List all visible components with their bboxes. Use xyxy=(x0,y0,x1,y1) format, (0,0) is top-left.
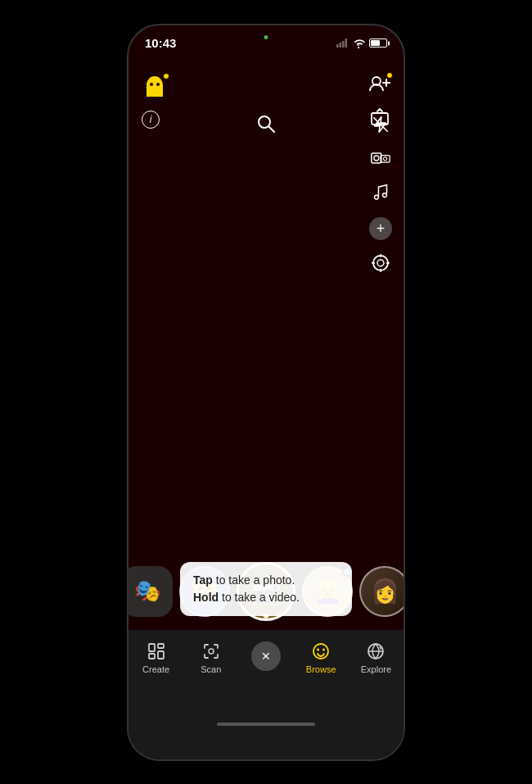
svg-rect-17 xyxy=(381,155,390,162)
ghost-notification-dot xyxy=(163,73,169,79)
profile-button[interactable] xyxy=(142,75,168,104)
info-icon: i xyxy=(150,114,152,125)
create-icon xyxy=(147,641,166,661)
lens-pack-icon: 🎭 xyxy=(134,578,160,604)
svg-point-34 xyxy=(322,648,325,650)
side-controls: + xyxy=(369,116,392,276)
scan-label: Scan xyxy=(201,664,221,674)
svg-point-8 xyxy=(156,83,160,86)
battery-icon xyxy=(369,39,387,48)
story-avatar-5-icon: 👩 xyxy=(371,578,399,605)
tooltip-text: Tap to take a photo. Hold to take a vide… xyxy=(193,572,339,606)
info-button[interactable]: i xyxy=(142,111,160,129)
story-avatar-5[interactable]: 👩 xyxy=(359,566,405,617)
svg-rect-29 xyxy=(149,654,155,659)
nav-item-close[interactable]: ✕ xyxy=(238,638,293,674)
tooltip-tap-suffix: to take a photo. xyxy=(213,573,295,587)
svg-point-21 xyxy=(373,256,388,270)
svg-rect-30 xyxy=(158,651,164,659)
dual-camera-icon xyxy=(371,150,390,166)
svg-rect-15 xyxy=(372,153,381,163)
top-left-controls: i xyxy=(142,75,168,129)
svg-point-20 xyxy=(383,193,387,197)
svg-rect-3 xyxy=(345,39,348,48)
music-button[interactable] xyxy=(372,183,389,204)
nav-item-browse[interactable]: Browse xyxy=(294,638,349,674)
nav-item-create[interactable]: Create xyxy=(128,638,183,674)
svg-point-22 xyxy=(377,260,384,266)
svg-line-10 xyxy=(269,126,275,132)
more-options-button[interactable]: + xyxy=(369,217,392,240)
explore-icon xyxy=(366,641,385,661)
nav-item-explore[interactable]: Explore xyxy=(349,638,404,674)
lens-pack-button[interactable]: 🎭 xyxy=(127,566,173,617)
nav-bar: Create Scan ✕ xyxy=(128,630,404,712)
flash-off-icon xyxy=(372,116,390,134)
search-icon xyxy=(256,114,276,134)
status-icons xyxy=(336,39,387,48)
camera-view[interactable] xyxy=(128,61,404,628)
scan-lens-icon xyxy=(371,253,390,273)
add-friend-notification-dot xyxy=(386,72,393,79)
tooltip-hold-suffix: to take a video. xyxy=(219,591,300,604)
dual-camera-button[interactable] xyxy=(371,150,390,170)
scan-icon xyxy=(201,641,221,661)
signal-dot xyxy=(264,35,268,39)
plus-icon: + xyxy=(376,221,385,236)
close-button[interactable]: ✕ xyxy=(251,641,281,671)
nav-item-scan[interactable]: Scan xyxy=(183,638,238,674)
tooltip-bubble: Tap to take a photo. Hold to take a vide… xyxy=(180,562,352,616)
home-indicator xyxy=(128,712,404,736)
svg-point-16 xyxy=(374,156,379,161)
add-friend-button[interactable] xyxy=(369,75,390,96)
svg-rect-27 xyxy=(149,644,155,651)
wifi-icon xyxy=(352,39,365,48)
explore-label: Explore xyxy=(361,664,391,674)
tooltip-tap-bold: Tap xyxy=(193,573,213,587)
browse-icon xyxy=(311,641,331,661)
svg-point-19 xyxy=(375,195,379,199)
top-controls: i xyxy=(128,66,404,137)
svg-rect-1 xyxy=(340,43,342,48)
phone-frame: 10:43 xyxy=(127,24,405,761)
search-button[interactable] xyxy=(256,114,276,137)
browse-label: Browse xyxy=(306,664,336,674)
svg-point-33 xyxy=(317,648,319,650)
svg-point-4 xyxy=(358,47,359,48)
bottom-navigation: Create Scan ✕ xyxy=(128,630,404,759)
flash-button[interactable] xyxy=(372,116,390,137)
status-time: 10:43 xyxy=(145,36,176,50)
scan-lens-button[interactable] xyxy=(371,253,390,276)
music-icon xyxy=(372,183,389,201)
svg-rect-2 xyxy=(342,41,345,48)
close-icon: ✕ xyxy=(261,650,271,663)
status-bar: 10:43 xyxy=(128,25,404,61)
home-bar xyxy=(217,723,315,726)
svg-point-7 xyxy=(150,83,153,86)
create-label: Create xyxy=(142,664,169,674)
svg-point-18 xyxy=(383,156,386,160)
svg-rect-0 xyxy=(336,44,339,48)
svg-rect-28 xyxy=(158,644,164,648)
svg-point-31 xyxy=(209,649,214,654)
battery-fill xyxy=(371,40,380,46)
signal-bars-icon xyxy=(336,39,348,48)
tooltip-hold-bold: Hold xyxy=(193,591,219,604)
